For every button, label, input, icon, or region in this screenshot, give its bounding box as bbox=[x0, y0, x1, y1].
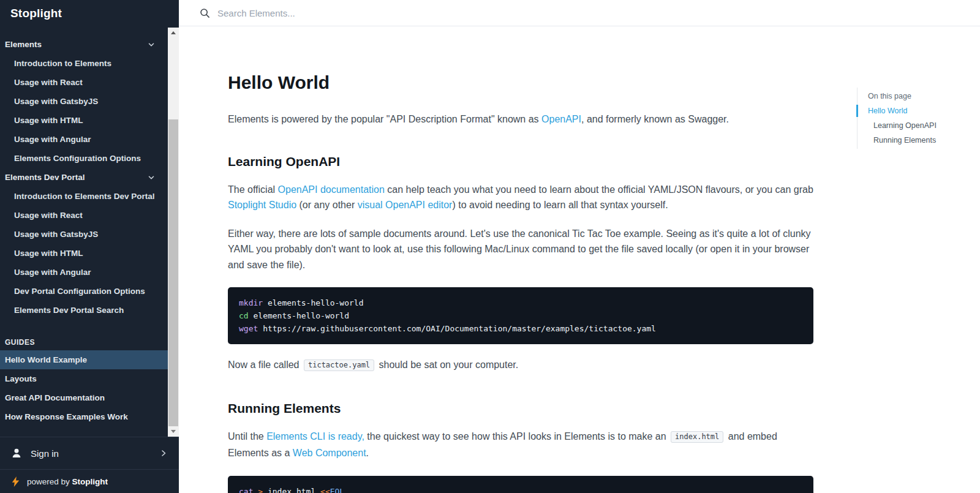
text-run: ) to avoid needing to learn all that syn… bbox=[452, 200, 668, 210]
search-icon bbox=[200, 8, 210, 18]
text-run: , and formerly known as Swagger. bbox=[581, 114, 729, 124]
text-run: should be sat on your computer. bbox=[376, 359, 518, 370]
sidebar-scroll-area: ElementsIntroduction to ElementsUsage wi… bbox=[0, 28, 179, 437]
sign-in-button[interactable]: Sign in bbox=[0, 437, 179, 469]
sidebar-item-usage-with-html[interactable]: Usage with HTML bbox=[0, 244, 168, 263]
scrollbar-up-button[interactable] bbox=[168, 28, 179, 38]
code-token: cd bbox=[239, 311, 249, 320]
sidebar-item-label: Elements bbox=[5, 40, 42, 49]
sidebar-item-label: Usage with Angular bbox=[14, 135, 91, 144]
sidebar-item-great-api-documentation[interactable]: Great API Documentation bbox=[0, 388, 168, 407]
sidebar-item-layouts[interactable]: Layouts bbox=[0, 369, 168, 388]
text-run: Either way, there are lots of sample doc… bbox=[228, 228, 811, 270]
sidebar-item-hello-world-example[interactable]: Hello World Example bbox=[0, 350, 168, 369]
text-run: Now a file called bbox=[228, 359, 302, 370]
brand-bar: Stoplight bbox=[0, 0, 179, 28]
text-run: Until the bbox=[228, 431, 266, 442]
sidebar-item-label: GUIDES bbox=[5, 338, 35, 347]
paragraph: Now a file called tictactoe.yaml should … bbox=[228, 357, 813, 374]
sidebar-item-how-response-examples-work[interactable]: How Response Examples Work bbox=[0, 407, 168, 426]
content-link-visual-openapi-editor[interactable]: visual OpenAPI editor bbox=[358, 200, 453, 210]
text-run: (or any other bbox=[296, 200, 358, 210]
code-token: mkdir bbox=[239, 298, 263, 307]
sidebar-item-usage-with-angular[interactable]: Usage with Angular bbox=[0, 263, 168, 282]
sidebar-item-label: Elements Dev Portal Search bbox=[14, 306, 124, 315]
content-link-stoplight-studio[interactable]: Stoplight Studio bbox=[228, 200, 296, 210]
code-line: cat > index.html <<EOL bbox=[239, 485, 802, 493]
powered-by-stoplight[interactable]: powered by Stoplight bbox=[0, 469, 179, 493]
paragraph: Either way, there are lots of sample doc… bbox=[228, 226, 813, 273]
scrollbar-thumb[interactable] bbox=[168, 119, 178, 429]
lightning-bolt-icon bbox=[12, 476, 20, 487]
article: Hello WorldElements is powered by the po… bbox=[228, 72, 813, 493]
code-token: wget bbox=[239, 324, 258, 333]
toc-list: Hello WorldLearning OpenAPIRunning Eleme… bbox=[868, 103, 961, 148]
sidebar-item-label: Introduction to Elements bbox=[14, 59, 111, 68]
sidebar-item-elements-dev-portal-search[interactable]: Elements Dev Portal Search bbox=[0, 301, 168, 320]
toc-item-running-elements[interactable]: Running Elements bbox=[868, 133, 961, 148]
sidebar-item-label: Usage with React bbox=[14, 78, 83, 87]
section-heading-learning-openapi: Learning OpenAPI bbox=[228, 154, 813, 169]
triangle-down-icon bbox=[171, 430, 176, 433]
powered-by-brand: Stoplight bbox=[72, 477, 108, 486]
sidebar-item-label: Hello World Example bbox=[5, 355, 87, 364]
page-title: Hello World bbox=[228, 72, 813, 93]
sidebar-item-elements[interactable]: Elements bbox=[0, 35, 168, 54]
code-line: mkdir elements-hello-world bbox=[239, 296, 802, 309]
sidebar-item-usage-with-html[interactable]: Usage with HTML bbox=[0, 111, 168, 130]
sidebar-item-label: Great API Documentation bbox=[5, 393, 105, 402]
sidebar-item-label: Usage with React bbox=[14, 211, 83, 220]
code-token: elements-hello-world bbox=[249, 311, 349, 320]
sidebar-item-label: Introduction to Elements Dev Portal bbox=[14, 192, 155, 201]
toc-item-learning-openapi[interactable]: Learning OpenAPI bbox=[868, 118, 961, 133]
code-block: mkdir elements-hello-worldcd elements-he… bbox=[228, 287, 813, 344]
content-link-elements-cli-is-ready[interactable]: Elements CLI is ready, bbox=[266, 431, 364, 442]
search-input[interactable]: Search Elements... bbox=[179, 0, 980, 26]
sidebar-item-usage-with-react[interactable]: Usage with React bbox=[0, 73, 168, 92]
sidebar-item-elements-dev-portal[interactable]: Elements Dev Portal bbox=[0, 168, 168, 187]
inline-code: tictactoe.yaml bbox=[304, 359, 374, 371]
sidebar-item-usage-with-angular[interactable]: Usage with Angular bbox=[0, 130, 168, 149]
sidebar-item-label: How Response Examples Work bbox=[5, 412, 128, 421]
sidebar-item-label: Elements Configuration Options bbox=[14, 154, 141, 163]
sidebar-item-introduction-to-elements-dev-portal[interactable]: Introduction to Elements Dev Portal bbox=[0, 187, 168, 206]
sidebar-item-label: Usage with GatsbyJS bbox=[14, 230, 98, 239]
user-icon bbox=[11, 448, 22, 459]
code-token: cat bbox=[239, 487, 253, 493]
powered-by-prefix: powered by bbox=[27, 477, 70, 486]
sidebar-item-dev-portal-configuration-options[interactable]: Dev Portal Configuration Options bbox=[0, 282, 168, 301]
sidebar-item-usage-with-react[interactable]: Usage with React bbox=[0, 206, 168, 225]
sidebar-item-label: Dev Portal Configuration Options bbox=[14, 287, 145, 296]
sidebar: Stoplight ElementsIntroduction to Elemen… bbox=[0, 0, 179, 493]
brand-logo: Stoplight bbox=[10, 7, 62, 20]
chevron-right-icon bbox=[159, 449, 168, 457]
paragraph: Until the Elements CLI is ready, the qui… bbox=[228, 429, 813, 461]
sidebar-item-label: Usage with Angular bbox=[14, 268, 91, 277]
sidebar-item-label: Layouts bbox=[5, 374, 37, 383]
content-link-openapi[interactable]: OpenAPI bbox=[541, 114, 581, 124]
code-token: > bbox=[258, 487, 263, 493]
paragraph: The official OpenAPI documentation can h… bbox=[228, 182, 813, 213]
code-token: << bbox=[320, 487, 330, 493]
toc-label: On this page bbox=[868, 89, 961, 103]
sidebar-item-introduction-to-elements[interactable]: Introduction to Elements bbox=[0, 54, 168, 73]
code-block: cat > index.html <<EOL<!doctype html><ht… bbox=[228, 476, 813, 493]
code-token: index.html bbox=[263, 487, 320, 493]
code-token: https://raw.githubusercontent.com/OAI/Do… bbox=[258, 324, 656, 333]
sidebar-item-label: Elements Dev Portal bbox=[5, 173, 85, 182]
scrollbar-down-button[interactable] bbox=[168, 426, 179, 437]
triangle-up-icon bbox=[171, 31, 176, 34]
sidebar-scrollbar[interactable] bbox=[168, 28, 179, 437]
content-link-web-component[interactable]: Web Component bbox=[293, 448, 366, 458]
content-area: Hello WorldElements is powered by the po… bbox=[179, 26, 980, 493]
text-run: Elements is powered by the popular "API … bbox=[228, 114, 541, 124]
sidebar-item-usage-with-gatsbyjs[interactable]: Usage with GatsbyJS bbox=[0, 225, 168, 244]
sidebar-item-elements-configuration-options[interactable]: Elements Configuration Options bbox=[0, 149, 168, 168]
sign-in-label: Sign in bbox=[31, 448, 59, 459]
sidebar-item-usage-with-gatsbyjs[interactable]: Usage with GatsbyJS bbox=[0, 92, 168, 111]
toc-item-hello-world[interactable]: Hello World bbox=[868, 103, 961, 118]
sidebar-item-label: Usage with HTML bbox=[14, 116, 83, 125]
content-link-openapi-documentation[interactable]: OpenAPI documentation bbox=[278, 184, 385, 195]
text-run: . bbox=[366, 448, 369, 458]
section-heading-running-elements: Running Elements bbox=[228, 401, 813, 416]
